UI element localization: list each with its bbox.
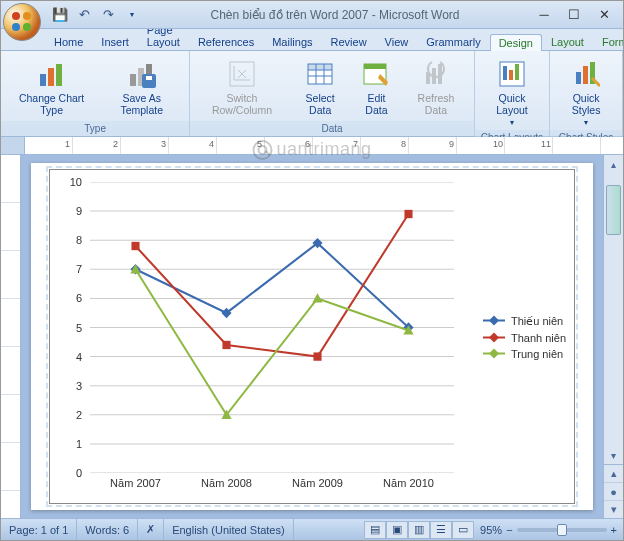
- tab-design[interactable]: Design: [490, 34, 542, 51]
- legend-marker-icon: [483, 352, 505, 354]
- outline-view-icon[interactable]: ☰: [430, 521, 452, 539]
- undo-icon[interactable]: ↶: [75, 6, 93, 24]
- chart-x-axis: Năm 2007Năm 2008Năm 2009Năm 2010: [90, 477, 454, 497]
- status-proofing[interactable]: ✗: [138, 519, 164, 540]
- ribbon-tabs: Home Insert Page Layout References Maili…: [1, 29, 623, 51]
- svg-rect-25: [503, 66, 507, 80]
- quick-layout-icon: [496, 58, 528, 90]
- refresh-data-label: Refresh Data: [409, 92, 463, 116]
- print-layout-view-icon[interactable]: ▤: [364, 521, 386, 539]
- svg-point-2: [12, 23, 20, 31]
- quick-access-toolbar: 💾 ↶ ↷ ▾: [51, 6, 141, 24]
- status-language[interactable]: English (United States): [164, 519, 294, 540]
- group-data: Switch Row/Column Select Data Edit Data …: [190, 51, 475, 136]
- svg-rect-11: [146, 76, 152, 80]
- chart-legend: Thiếu niênThanh niênTrung niên: [483, 310, 566, 363]
- svg-point-0: [12, 12, 20, 20]
- status-bar: Page: 1 of 1 Words: 6 ✗ English (United …: [1, 518, 623, 540]
- browse-object-icon[interactable]: ●: [604, 483, 623, 501]
- svg-rect-26: [509, 70, 513, 80]
- redo-icon[interactable]: ↷: [99, 6, 117, 24]
- svg-rect-20: [364, 64, 386, 69]
- refresh-data-button: Refresh Data: [404, 55, 468, 119]
- legend-label: Thanh niên: [511, 331, 566, 343]
- tab-insert[interactable]: Insert: [92, 33, 138, 50]
- zoom-level[interactable]: 95%: [480, 524, 502, 536]
- prev-page-icon[interactable]: ▴: [604, 465, 623, 483]
- svg-rect-5: [48, 68, 54, 86]
- vertical-ruler[interactable]: [1, 155, 21, 518]
- legend-marker-icon: [483, 336, 505, 338]
- switch-label: Switch Row/Column: [201, 92, 282, 116]
- group-data-label: Data: [190, 121, 474, 136]
- chart-type-icon: [36, 58, 68, 90]
- save-icon[interactable]: 💾: [51, 6, 69, 24]
- quick-styles-icon: [570, 58, 602, 90]
- quick-layout-label: Quick Layout: [486, 92, 538, 116]
- tab-grammarly[interactable]: Grammarly: [417, 33, 489, 50]
- quick-styles-button[interactable]: Quick Styles▾: [556, 55, 616, 130]
- zoom-in-button[interactable]: +: [611, 524, 617, 536]
- svg-rect-18: [308, 64, 332, 70]
- select-data-button[interactable]: Select Data: [292, 55, 349, 119]
- svg-point-1: [23, 12, 31, 20]
- save-template-icon: [126, 58, 158, 90]
- scroll-down-icon[interactable]: ▾: [604, 446, 623, 464]
- svg-rect-27: [515, 64, 519, 80]
- close-button[interactable]: ✕: [589, 5, 619, 25]
- office-button[interactable]: [3, 3, 41, 41]
- zoom-control: 95% − +: [474, 524, 623, 536]
- change-chart-type-label: Change Chart Type: [12, 92, 91, 116]
- svg-point-3: [23, 23, 31, 31]
- proofing-icon: ✗: [146, 523, 155, 536]
- svg-rect-7: [130, 74, 136, 86]
- zoom-out-button[interactable]: −: [506, 524, 512, 536]
- status-page[interactable]: Page: 1 of 1: [1, 519, 77, 540]
- title-bar: 💾 ↶ ↷ ▾ Chèn biểu đồ trên Word 2007 - Mi…: [1, 1, 623, 29]
- horizontal-ruler[interactable]: 1234567891011: [1, 137, 623, 155]
- scroll-up-icon[interactable]: ▴: [604, 155, 623, 173]
- edit-data-button[interactable]: Edit Data: [353, 55, 400, 119]
- draft-view-icon[interactable]: ▭: [452, 521, 474, 539]
- minimize-button[interactable]: ─: [529, 5, 559, 25]
- legend-item: Trung niên: [483, 347, 566, 359]
- save-as-template-button[interactable]: Save As Template: [100, 55, 183, 119]
- quick-layout-button[interactable]: Quick Layout▾: [481, 55, 543, 130]
- scroll-thumb[interactable]: [606, 185, 621, 235]
- view-buttons: ▤ ▣ ▥ ☰ ▭: [364, 521, 474, 539]
- next-page-icon[interactable]: ▾: [604, 501, 623, 519]
- document-page: 012345678910 Năm 2007Năm 2008Năm 2009Năm…: [31, 163, 593, 510]
- chart-object[interactable]: 012345678910 Năm 2007Năm 2008Năm 2009Năm…: [49, 169, 575, 504]
- select-data-label: Select Data: [297, 92, 344, 116]
- maximize-button[interactable]: ☐: [559, 5, 589, 25]
- zoom-slider[interactable]: [517, 528, 607, 532]
- tab-format[interactable]: Format: [593, 33, 624, 50]
- status-words[interactable]: Words: 6: [77, 519, 138, 540]
- switch-icon: [226, 58, 258, 90]
- edit-data-label: Edit Data: [358, 92, 395, 116]
- tab-home[interactable]: Home: [45, 33, 92, 50]
- select-data-icon: [304, 58, 336, 90]
- browse-object-nav: ▴ ● ▾: [604, 464, 623, 518]
- group-chart-layouts: Quick Layout▾ Chart Layouts: [475, 51, 550, 136]
- chart-plot-area: [90, 182, 454, 473]
- legend-label: Trung niên: [511, 347, 563, 359]
- full-screen-view-icon[interactable]: ▣: [386, 521, 408, 539]
- ribbon: Change Chart Type Save As Template Type …: [1, 51, 623, 137]
- refresh-icon: [420, 58, 452, 90]
- tab-layout[interactable]: Layout: [542, 33, 593, 50]
- window-title: Chèn biểu đồ trên Word 2007 - Microsoft …: [141, 8, 529, 22]
- web-layout-view-icon[interactable]: ▥: [408, 521, 430, 539]
- group-type-label: Type: [1, 121, 189, 136]
- change-chart-type-button[interactable]: Change Chart Type: [7, 55, 96, 119]
- qat-customize-icon[interactable]: ▾: [123, 6, 141, 24]
- tab-view[interactable]: View: [376, 33, 418, 50]
- tab-references[interactable]: References: [189, 33, 263, 50]
- group-type: Change Chart Type Save As Template Type: [1, 51, 190, 136]
- svg-rect-28: [576, 72, 581, 84]
- vertical-scrollbar[interactable]: ▴ ▾ ▴ ● ▾: [603, 155, 623, 518]
- tab-mailings[interactable]: Mailings: [263, 33, 321, 50]
- svg-rect-29: [583, 66, 588, 84]
- switch-row-column-button: Switch Row/Column: [196, 55, 287, 119]
- tab-review[interactable]: Review: [322, 33, 376, 50]
